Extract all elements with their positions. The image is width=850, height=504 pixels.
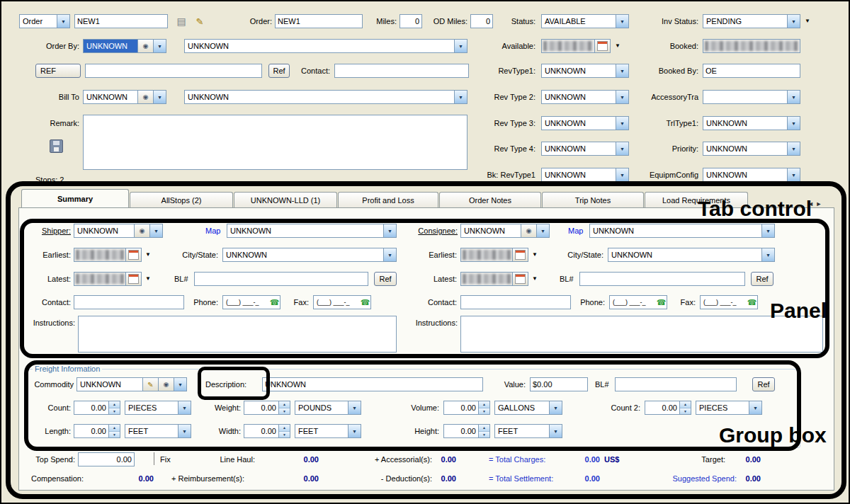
width-input[interactable]: 0.00 ▲▼ (244, 424, 290, 438)
chevron-down-icon[interactable]: ▼ (153, 91, 166, 103)
spinner-up-icon[interactable]: ▲ (109, 401, 120, 408)
length-input[interactable]: 0.00 ▲▼ (74, 424, 120, 438)
save-remark-button[interactable] (48, 139, 64, 153)
shipper-link[interactable]: Shipper: (33, 226, 71, 236)
chevron-down-icon[interactable]: ▼ (454, 91, 467, 103)
chevron-down-icon[interactable]: ▼ (348, 425, 361, 437)
chevron-down-icon[interactable]: ▼ (761, 248, 774, 261)
chevron-down-icon[interactable]: ▼ (787, 15, 800, 28)
commodity-lookup-button[interactable]: ◉ (158, 378, 174, 391)
order-by-select[interactable]: UNKNOWN ◉ ▼ (83, 39, 166, 53)
chevron-down-icon[interactable]: ▼ (787, 142, 800, 155)
consignee-name-select[interactable]: UNKNOWN ▼ (589, 224, 775, 238)
contact-field[interactable] (334, 64, 469, 78)
tab-scroll-arrows[interactable]: ◄ ► (808, 200, 822, 207)
chevron-down-icon[interactable]: ▼ (549, 401, 562, 414)
tab-allstops[interactable]: AllStops (2) (130, 192, 233, 207)
chevron-down-icon[interactable]: ▼ (383, 248, 396, 261)
phone-icon[interactable]: ☎ (269, 296, 280, 309)
calendar-button[interactable] (512, 248, 528, 261)
count-unit-select[interactable]: PIECES ▼ (125, 401, 191, 415)
spinner-down-icon[interactable]: ▼ (109, 431, 120, 438)
chevron-down-icon[interactable]: ▼ (549, 425, 562, 437)
shipper-instructions-textarea[interactable] (78, 316, 397, 353)
chevron-down-icon[interactable]: ▼ (787, 91, 800, 103)
spinner-down-icon[interactable]: ▼ (680, 408, 691, 415)
shipper-bl-field[interactable] (194, 272, 368, 286)
revtype1-select[interactable]: UNKNOWN ▼ (541, 64, 629, 78)
available-date-field[interactable] (541, 39, 611, 53)
shipper-code-select[interactable]: UNKNOWN ◉ ▼ (74, 224, 163, 238)
chevron-down-icon[interactable]: ▼ (153, 40, 166, 52)
shipper-earliest-date-field[interactable] (74, 248, 142, 262)
shipper-phone-field[interactable]: (___) ___-_ ☎ (222, 295, 280, 309)
height-input[interactable]: 0.00 ▲▼ (443, 424, 490, 438)
shipper-latest-date-field[interactable] (74, 272, 142, 286)
description-field[interactable]: UNKNOWN (262, 377, 483, 391)
phone-icon[interactable]: ☎ (747, 296, 757, 309)
value-field[interactable]: $0.00 (530, 377, 588, 391)
spinner-up-icon[interactable]: ▲ (279, 425, 290, 431)
ref-small-button[interactable]: Ref (268, 64, 290, 78)
consignee-instructions-textarea[interactable] (460, 316, 823, 353)
bill-to-lookup-button[interactable]: ◉ (137, 91, 153, 103)
order-type-select[interactable]: Order ▼ (19, 14, 70, 28)
phone-icon[interactable]: ☎ (656, 296, 667, 309)
consignee-earliest-date-field[interactable] (460, 248, 528, 262)
spinner-down-icon[interactable]: ▼ (279, 408, 290, 415)
consignee-lookup-button[interactable]: ◉ (521, 224, 536, 237)
chevron-down-icon[interactable]: ▼ (616, 142, 628, 155)
chevron-down-icon[interactable]: ▼ (178, 425, 191, 437)
chevron-down-icon[interactable]: ▼ (787, 117, 800, 130)
spinner-down-icon[interactable]: ▼ (479, 431, 489, 438)
accessory-select[interactable]: ▼ (703, 90, 800, 104)
calendar-button[interactable] (125, 273, 141, 285)
order-by-lookup-button[interactable]: ◉ (137, 40, 153, 52)
spinner-buttons[interactable]: ▲▼ (478, 425, 489, 437)
chevron-down-icon[interactable]: ▼ (616, 15, 628, 28)
count2-unit-select[interactable]: PIECES ▼ (696, 401, 762, 415)
volume-input[interactable]: 0.00 ▲▼ (443, 401, 490, 415)
spinner-buttons[interactable]: ▲▼ (108, 401, 120, 414)
tab-unknown-lld[interactable]: UNKNOWN-LLD (1) (234, 192, 337, 207)
tab-order-notes[interactable]: Order Notes (439, 192, 541, 207)
spinner-buttons[interactable]: ▲▼ (108, 425, 120, 437)
spinner-up-icon[interactable]: ▲ (479, 425, 489, 431)
chevron-down-icon[interactable]: ▼ (532, 251, 538, 258)
top-spend-input[interactable]: 0.00 (78, 452, 135, 466)
calendar-button[interactable] (594, 40, 610, 52)
fix-label[interactable]: Fix (160, 454, 171, 464)
weight-unit-select[interactable]: POUNDS ▼ (295, 401, 361, 415)
shipper-fax-field[interactable]: (___) ___-_ ☎ (313, 295, 371, 309)
rev-type4-select[interactable]: UNKNOWN ▼ (541, 142, 629, 156)
width-unit-select[interactable]: FEET ▼ (295, 424, 361, 438)
ref-input[interactable] (85, 64, 262, 78)
shipper-map-link[interactable]: Map (205, 226, 220, 236)
volume-unit-select[interactable]: GALLONS ▼ (494, 401, 562, 415)
commodity-edit-button[interactable]: ✎ (142, 378, 158, 391)
shipper-contact-field[interactable] (74, 295, 184, 309)
miles-field[interactable]: 0 (400, 14, 422, 28)
order-number-input[interactable]: NEW1 (74, 14, 168, 28)
chevron-down-icon[interactable]: ▼ (532, 275, 538, 282)
shipper-lookup-button[interactable]: ◉ (134, 224, 149, 237)
booked-by-field[interactable]: OE (703, 64, 800, 78)
chevron-down-icon[interactable]: ▼ (616, 64, 628, 77)
tab-summary[interactable]: Summary (21, 189, 129, 207)
chevron-down-icon[interactable]: ▼ (178, 401, 191, 414)
chevron-down-icon[interactable]: ▼ (348, 401, 361, 414)
shipper-city-state-select[interactable]: UNKNOWN ▼ (222, 248, 397, 262)
chevron-down-icon[interactable]: ▼ (615, 42, 620, 50)
equip-config-select[interactable]: UNKNOWN ▼ (703, 168, 800, 182)
shipper-name-select[interactable]: UNKNOWN ▼ (227, 224, 397, 238)
consignee-latest-date-field[interactable] (460, 272, 528, 286)
count2-input[interactable]: 0.00 ▲▼ (645, 401, 691, 415)
chevron-down-icon[interactable]: ▼ (57, 15, 69, 28)
chevron-down-icon[interactable]: ▼ (616, 117, 628, 130)
freight-bl-field[interactable] (615, 377, 737, 391)
chevron-down-icon[interactable]: ▼ (616, 91, 628, 103)
chevron-down-icon[interactable]: ▼ (749, 401, 761, 414)
count-input[interactable]: 0.00 ▲▼ (74, 401, 120, 415)
chevron-down-icon[interactable]: ▼ (761, 224, 774, 237)
order-field[interactable]: NEW1 (275, 14, 363, 28)
